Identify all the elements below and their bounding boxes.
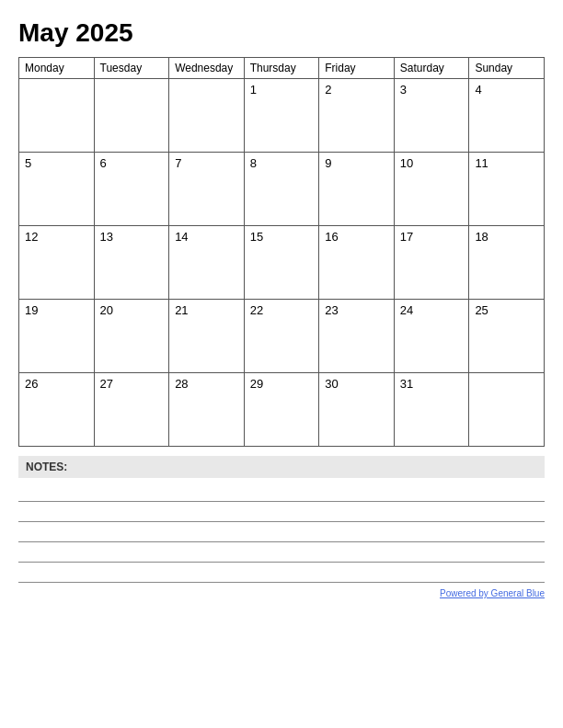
calendar-cell: 16 <box>319 226 395 300</box>
day-number: 22 <box>250 303 263 317</box>
calendar-cell: 30 <box>319 373 395 447</box>
calendar-cell: 5 <box>19 153 95 226</box>
calendar-cell: 23 <box>319 300 395 373</box>
day-number: 31 <box>400 377 413 391</box>
day-number: 11 <box>475 156 488 170</box>
notes-label: NOTES: <box>18 456 545 478</box>
day-number: 20 <box>100 303 113 317</box>
calendar-cell: 8 <box>244 153 319 226</box>
calendar-cell: 27 <box>94 373 169 447</box>
calendar-cell: 7 <box>169 153 245 226</box>
notes-section: NOTES: <box>18 456 545 583</box>
day-number: 3 <box>400 83 407 97</box>
day-number: 25 <box>475 303 488 317</box>
day-number: 6 <box>100 156 107 170</box>
day-number: 4 <box>475 83 481 97</box>
day-number: 2 <box>325 83 331 97</box>
notes-line-5 <box>18 563 545 583</box>
page-title: May 2025 <box>18 18 545 48</box>
day-number: 29 <box>250 377 263 391</box>
calendar-row-0: 1234 <box>19 79 545 153</box>
calendar-row-2: 12131415161718 <box>19 226 545 300</box>
powered-by: Powered by General Blue <box>18 588 545 598</box>
day-number: 27 <box>100 377 113 391</box>
calendar-cell: 3 <box>394 79 469 153</box>
calendar-cell: 1 <box>244 79 319 153</box>
day-number: 14 <box>175 230 188 244</box>
day-number: 1 <box>250 83 257 97</box>
calendar-cell: 18 <box>469 226 545 300</box>
calendar-cell: 31 <box>394 373 469 447</box>
day-number: 8 <box>250 156 257 170</box>
notes-line-1 <box>18 482 545 502</box>
calendar-cell: 19 <box>19 300 95 373</box>
calendar-cell: 28 <box>169 373 245 447</box>
calendar-cell: 25 <box>469 300 545 373</box>
calendar-cell: 20 <box>94 300 169 373</box>
header-wednesday: Wednesday <box>169 58 245 79</box>
calendar-cell <box>19 79 95 153</box>
header-saturday: Saturday <box>394 58 469 79</box>
day-number: 9 <box>325 156 331 170</box>
day-number: 16 <box>325 230 338 244</box>
calendar-row-1: 567891011 <box>19 153 545 226</box>
day-number: 10 <box>400 156 413 170</box>
day-number: 19 <box>25 303 38 317</box>
calendar-cell: 17 <box>394 226 469 300</box>
day-number: 5 <box>25 156 31 170</box>
calendar-cell: 4 <box>469 79 545 153</box>
powered-by-link[interactable]: Powered by General Blue <box>440 588 545 598</box>
header-tuesday: Tuesday <box>94 58 169 79</box>
calendar-cell: 13 <box>94 226 169 300</box>
calendar-table: MondayTuesdayWednesdayThursdayFridaySatu… <box>18 57 545 447</box>
header-friday: Friday <box>319 58 395 79</box>
day-number: 17 <box>400 230 413 244</box>
header-sunday: Sunday <box>469 58 545 79</box>
day-number: 7 <box>175 156 181 170</box>
calendar-row-3: 19202122232425 <box>19 300 545 373</box>
header-monday: Monday <box>19 58 95 79</box>
day-number: 18 <box>475 230 488 244</box>
calendar-cell: 12 <box>19 226 95 300</box>
day-number: 24 <box>400 303 413 317</box>
day-number: 13 <box>100 230 113 244</box>
calendar-cell: 15 <box>244 226 319 300</box>
calendar-cell: 11 <box>469 153 545 226</box>
calendar-cell: 22 <box>244 300 319 373</box>
day-number: 15 <box>250 230 263 244</box>
notes-lines <box>18 482 545 583</box>
day-number: 30 <box>325 377 338 391</box>
day-number: 28 <box>175 377 188 391</box>
calendar-cell: 26 <box>19 373 95 447</box>
day-number: 21 <box>175 303 188 317</box>
calendar-row-4: 262728293031 <box>19 373 545 447</box>
day-number: 26 <box>25 377 38 391</box>
calendar-cell: 29 <box>244 373 319 447</box>
calendar-cell: 10 <box>394 153 469 226</box>
calendar-cell <box>94 79 169 153</box>
calendar-cell: 2 <box>319 79 395 153</box>
day-number: 12 <box>25 230 38 244</box>
calendar-cell: 21 <box>169 300 245 373</box>
notes-line-4 <box>18 542 545 563</box>
calendar-cell: 9 <box>319 153 395 226</box>
day-number: 23 <box>325 303 338 317</box>
calendar-cell: 6 <box>94 153 169 226</box>
calendar-cell <box>169 79 245 153</box>
calendar-cell: 24 <box>394 300 469 373</box>
header-thursday: Thursday <box>244 58 319 79</box>
notes-line-2 <box>18 502 545 522</box>
notes-line-3 <box>18 522 545 542</box>
calendar-cell <box>469 373 545 447</box>
calendar-cell: 14 <box>169 226 245 300</box>
